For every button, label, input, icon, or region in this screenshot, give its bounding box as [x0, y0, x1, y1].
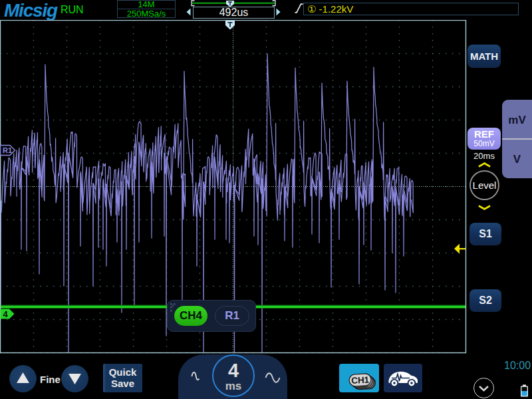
svg-text:CH1: CH1 [351, 375, 370, 386]
svg-text:4: 4 [3, 309, 8, 319]
svg-text:R1: R1 [3, 146, 12, 154]
